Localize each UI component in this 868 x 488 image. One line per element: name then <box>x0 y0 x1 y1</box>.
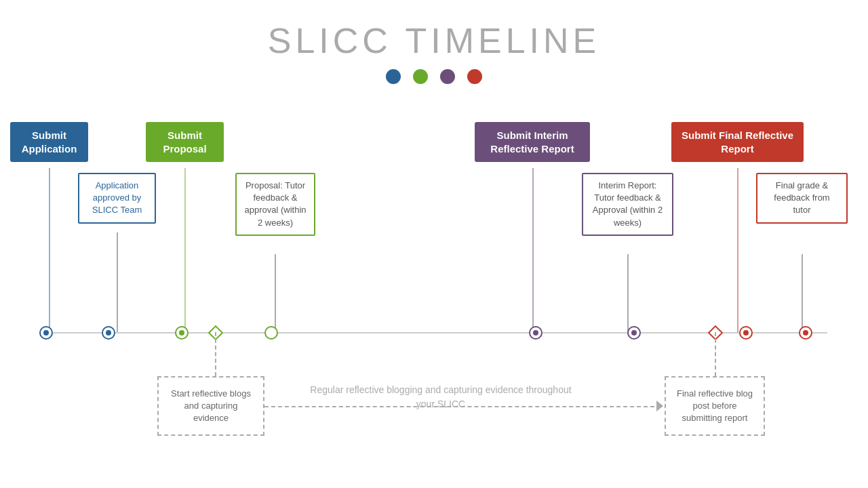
node-2 <box>102 326 115 340</box>
vline-dashed-proposal <box>215 332 216 376</box>
vline-application <box>49 168 50 332</box>
feedback-proposal: Proposal: Tutor feedback & approval (wit… <box>235 173 315 236</box>
node-5 <box>264 326 278 340</box>
page-title: SLICC TIMELINE <box>0 0 868 61</box>
milestone-submit-application[interactable]: Submit Application <box>10 122 88 162</box>
timeline-area: Submit Application Submit Proposal Submi… <box>0 108 868 488</box>
milestone-submit-final[interactable]: Submit Final Reflective Report <box>671 122 804 162</box>
milestone-label-proposal: Submit Proposal <box>163 129 206 155</box>
dot-purple <box>440 69 455 84</box>
legend <box>0 69 868 84</box>
feedback-final: Final grade & feedback from tutor <box>756 173 848 224</box>
node-7 <box>627 326 641 340</box>
vline-proposal-feedback <box>275 254 276 332</box>
milestone-submit-proposal[interactable]: Submit Proposal <box>146 122 224 162</box>
node-10 <box>799 326 812 340</box>
milestone-label-interim: Submit Interim Reflective Report <box>490 129 574 155</box>
node-6 <box>529 326 542 340</box>
milestone-label-application: Submit Application <box>22 129 77 155</box>
node-3 <box>175 326 189 340</box>
dashed-arrow-head <box>656 401 663 411</box>
center-text-blogging: Regular reflective blogging and capturin… <box>305 383 576 411</box>
dot-red <box>467 69 482 84</box>
milestone-label-final: Submit Final Reflective Report <box>682 129 793 155</box>
dashed-box-final-blog: Final reflective blog post before submit… <box>665 376 765 436</box>
dashed-box-start-blogs: Start reflective blogs and capturing evi… <box>157 376 264 436</box>
dot-green <box>413 69 428 84</box>
node-9 <box>739 326 753 340</box>
vline-interim-feedback <box>627 254 629 332</box>
node-1 <box>39 326 53 340</box>
vline-dashed-final <box>715 332 716 376</box>
vline-final <box>737 168 738 332</box>
milestone-submit-interim[interactable]: Submit Interim Reflective Report <box>475 122 590 162</box>
vline-approved <box>117 232 118 332</box>
feedback-interim: Interim Report: Tutor feedback & Approva… <box>582 173 673 236</box>
feedback-application-approved: Application approved by SLICC Team <box>78 173 156 224</box>
vline-proposal <box>184 168 186 332</box>
dot-blue <box>386 69 401 84</box>
vline-interim <box>532 168 534 332</box>
vline-final-feedback <box>802 254 803 332</box>
